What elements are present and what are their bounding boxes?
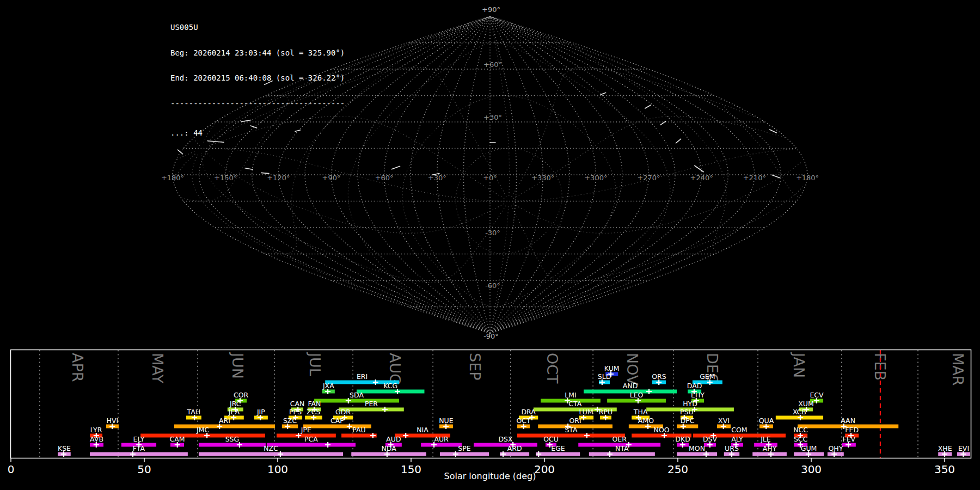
longitude-label: +330° [531,174,554,182]
shower-label-OCT: OCT [516,416,531,425]
shower-label-SLD: SLD [598,372,611,381]
x-axis-tick-label: 200 [534,463,555,476]
session-info: US005U Beg: 20260214 23:03:44 (sol = 325… [170,7,345,155]
shower-bar-JMC [140,434,265,438]
shower-label-CAP: CAP [330,416,344,425]
x-axis-title: Solar longitude (deg) [444,471,536,481]
longitude-label: +60° [375,174,394,182]
shower-label-AHY: AHY [763,444,777,452]
shower-label-ERI: ERI [357,372,367,381]
separator-line: -------------------------------------- [170,100,345,108]
meteor-count: ...: 44 [170,129,345,138]
shower-label-FED: FED [845,426,859,434]
month-label: JUL [307,352,323,376]
shower-label-XUM: XUM [798,400,814,408]
month-label: JAN [791,352,807,378]
shower-label-COM: COM [731,426,747,434]
x-axis-tick-label: 350 [934,463,955,476]
month-label: APR [69,353,86,382]
shower-label-CTA: CTA [568,400,581,408]
meteor-trail [245,168,253,169]
month-label: AUG [387,353,403,385]
shower-label-ZCS: ZCS [307,408,320,416]
shower-label-ELY: ELY [133,435,145,443]
shower-label-DRA: DRA [521,408,536,416]
month-label: MAY [149,353,166,384]
shower-label-AUR: AUR [434,435,449,443]
longitude-label: +180° [796,174,819,182]
longitude-label: +0° [483,174,497,182]
shower-label-KUM: KUM [604,364,620,372]
shower-label-ARD: ARD [507,444,522,452]
shower-label-DPC: DPC [681,416,695,425]
shower-bar-SSG [199,443,266,447]
shower-label-LYR: LYR [90,426,102,434]
secondary-grid-line [205,151,504,233]
shower-label-DSX: DSX [498,435,513,443]
shower-label-PAU: PAU [352,426,365,434]
shower-label-EHY: EHY [691,391,705,399]
shower-bar-STA [517,434,625,438]
secondary-grid-line [348,43,670,307]
secondary-grid-line [177,151,801,233]
shower-label-NTA: NTA [615,444,629,452]
meteor-trail [660,121,666,125]
session-end: End: 20260215 06:40:08 (sol = 326.22°) [170,74,345,83]
shower-label-KCG: KCG [383,382,397,390]
shower-bar-DSX [474,443,537,447]
secondary-grid-line [402,96,616,307]
shower-label-LUM: LUM [579,408,593,416]
north-pole-label: +90° [482,5,500,14]
longitude-label: +90° [322,174,341,182]
shower-label-JRC: JRC [229,400,241,408]
shower-label-RPU: RPU [599,408,612,416]
shower-label-FEV: FEV [843,435,856,443]
shower-label-FTA: FTA [133,444,145,452]
sky-and-timeline-plot: +90°-90°+180°+150°+120°+90°+60°+30°+0°+3… [0,0,980,490]
meteor-trail [695,166,703,171]
month-label: OCT [544,353,561,384]
shower-label-EGE: EGE [551,444,565,452]
longitude-label: +180° [161,174,184,182]
shower-label-AAN: AAN [841,416,855,425]
meridian-line [332,16,491,333]
latitude-label: +60° [483,60,502,69]
shower-label-SPE: SPE [458,444,470,452]
shower-label-JLE: JLE [760,435,771,443]
x-axis-tick-label: 250 [667,463,688,476]
shower-label-NZC: NZC [264,444,278,452]
meteor-trail [770,130,777,133]
shower-label-NIA: NIA [416,426,428,434]
secondary-grid-line [207,149,504,201]
shower-label-ECV: ECV [810,391,824,399]
shower-bar-PCA [267,443,356,447]
shower-bar-DPC [677,425,698,428]
shower-label-JIP: JIP [256,408,265,416]
meteor-trail [601,93,605,94]
shower-label-HYD: HYD [683,400,697,408]
radiant-map-screen: US005U Beg: 20260214 23:03:44 (sol = 325… [0,0,980,490]
shower-bar-ARI [174,425,275,428]
shower-label-PSU: PSU [680,408,694,416]
shower-label-TAH: TAH [187,408,201,416]
longitude-label: +120° [267,174,290,182]
shower-label-KSE: KSE [58,444,71,452]
shower-label-THA: THA [633,408,648,416]
month-label: MAR [950,353,966,386]
shower-label-JXA: JXA [322,382,334,390]
shower-bar-NTA [589,452,655,456]
meteor-trail [391,166,400,169]
longitude-label: +270° [637,174,660,182]
meteor-trail [771,175,780,177]
shower-label-QUA: QUA [759,416,774,425]
shower-bar-FTA [90,452,188,456]
x-axis-tick-label: 150 [401,463,421,476]
longitude-label: +30° [428,174,446,182]
secondary-grid-line [174,153,804,283]
longitude-label: +210° [743,174,766,182]
shower-label-CAM: CAM [169,435,185,443]
shower-label-XHE: XHE [938,444,952,452]
shower-label-ARI: ARI [219,416,230,425]
shower-label-ALY: ALY [731,435,743,443]
month-label: NOV [624,353,641,385]
